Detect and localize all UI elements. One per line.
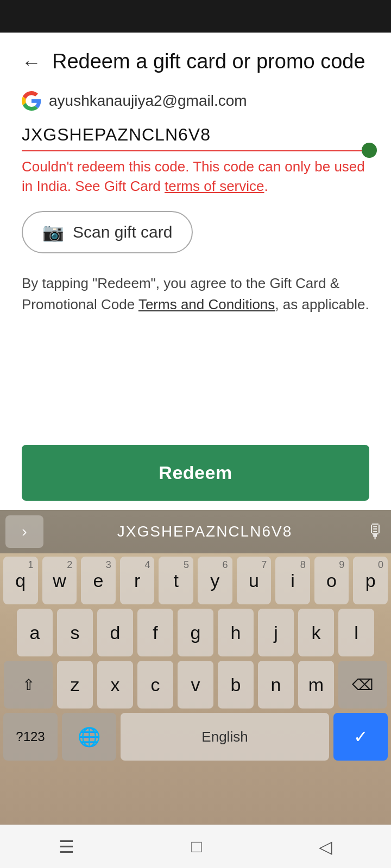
page-title: Redeem a gift card or promo code xyxy=(52,49,365,75)
key-h[interactable]: h xyxy=(218,609,254,656)
confirm-key[interactable]: ✓ xyxy=(333,713,388,761)
keyboard-row-1: 1q 2w 3e 4r 5t 6y 7u 8i 9o 0p xyxy=(3,557,388,604)
key-d[interactable]: d xyxy=(97,609,133,656)
terms-conditions-link[interactable]: Terms and Conditions xyxy=(138,296,275,312)
backspace-key[interactable]: ⌫ xyxy=(338,661,387,709)
key-o[interactable]: 9o xyxy=(314,557,349,604)
nav-menu-icon[interactable]: ☰ xyxy=(59,837,74,857)
key-n[interactable]: n xyxy=(258,661,294,709)
shift-key[interactable]: ⇧ xyxy=(4,661,53,709)
key-a[interactable]: a xyxy=(17,609,53,656)
keyboard-rows: 1q 2w 3e 4r 5t 6y 7u 8i 9o 0p a s d f g … xyxy=(0,553,391,768)
key-j[interactable]: j xyxy=(258,609,294,656)
suggestion-expand-button[interactable]: › xyxy=(5,515,43,548)
back-button[interactable]: ← xyxy=(22,51,41,74)
key-f[interactable]: f xyxy=(137,609,173,656)
key-v[interactable]: v xyxy=(178,661,213,709)
keyboard-suggestion-text: JXGSHEPAZNCLN6V8 xyxy=(43,523,366,540)
key-w[interactable]: 2w xyxy=(42,557,77,604)
keyboard-row-2: a s d f g h j k l xyxy=(3,609,388,656)
space-key[interactable]: English xyxy=(121,713,329,761)
key-p[interactable]: 0p xyxy=(353,557,388,604)
account-row: ayushkanaujiya2@gmail.com xyxy=(22,91,369,111)
key-x[interactable]: x xyxy=(97,661,133,709)
cursor-indicator xyxy=(362,143,377,158)
microphone-icon[interactable]: 🎙 xyxy=(366,520,386,543)
keyboard-row-3: ⇧ z x c v b n m ⌫ xyxy=(3,661,388,709)
nav-back-icon[interactable]: ◁ xyxy=(319,837,332,857)
bottom-navigation: ☰ □ ◁ xyxy=(0,825,391,868)
key-l[interactable]: l xyxy=(338,609,374,656)
google-icon xyxy=(22,91,41,111)
header-row: ← Redeem a gift card or promo code xyxy=(22,49,369,75)
globe-key[interactable]: 🌐 xyxy=(62,713,116,761)
code-input[interactable] xyxy=(22,120,369,150)
code-input-wrapper[interactable] xyxy=(22,120,369,151)
status-bar xyxy=(0,0,391,33)
keyboard-overlay: › JXGSHEPAZNCLN6V8 🎙 1q 2w 3e 4r 5t 6y 7… xyxy=(0,510,391,868)
key-t[interactable]: 5t xyxy=(159,557,193,604)
key-g[interactable]: g xyxy=(178,609,213,656)
redeem-button-wrapper: Redeem xyxy=(0,445,391,501)
keyboard-row-4: ?123 🌐 English ✓ xyxy=(3,713,388,761)
error-message: Couldn't redeem this code. This code can… xyxy=(22,157,369,196)
key-i[interactable]: 8i xyxy=(275,557,310,604)
key-z[interactable]: z xyxy=(57,661,93,709)
numbers-key[interactable]: ?123 xyxy=(3,713,58,761)
key-u[interactable]: 7u xyxy=(237,557,272,604)
nav-home-icon[interactable]: □ xyxy=(191,837,201,857)
key-y[interactable]: 6y xyxy=(198,557,232,604)
redeem-button[interactable]: Redeem xyxy=(22,445,369,501)
main-content: ← Redeem a gift card or promo code ayush… xyxy=(0,33,391,326)
key-r[interactable]: 4r xyxy=(120,557,155,604)
key-m[interactable]: m xyxy=(298,661,334,709)
key-s[interactable]: s xyxy=(57,609,93,656)
key-k[interactable]: k xyxy=(298,609,334,656)
key-b[interactable]: b xyxy=(218,661,254,709)
camera-icon: 📷 xyxy=(42,222,64,242)
key-q[interactable]: 1q xyxy=(3,557,38,604)
account-email: ayushkanaujiya2@gmail.com xyxy=(49,92,247,110)
key-c[interactable]: c xyxy=(137,661,173,709)
keyboard-suggestion-bar: › JXGSHEPAZNCLN6V8 🎙 xyxy=(0,510,391,553)
scan-button-label: Scan gift card xyxy=(73,223,172,241)
scan-gift-card-button[interactable]: 📷 Scan gift card xyxy=(22,211,193,253)
key-e[interactable]: 3e xyxy=(81,557,116,604)
terms-text: By tapping "Redeem", you agree to the Gi… xyxy=(22,273,369,315)
terms-of-service-link[interactable]: terms of service xyxy=(165,178,264,194)
